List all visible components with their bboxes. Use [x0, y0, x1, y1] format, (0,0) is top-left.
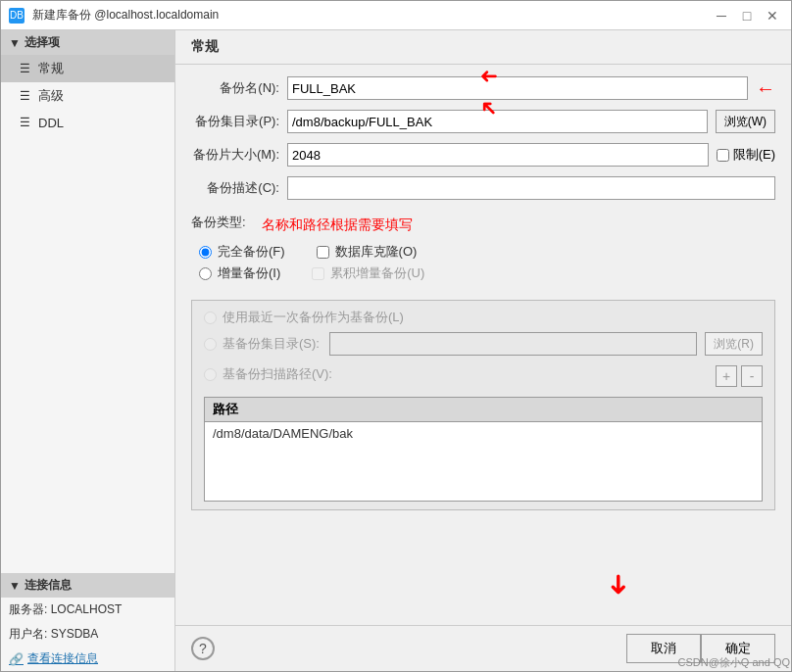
- sidebar: ▼ 选择项 ☰ 常规 ☰ 高级 ☰ DDL ▼ 连接信息 服务器:: [1, 30, 175, 671]
- path-table: 路径 /dm8/data/DAMENG/bak: [204, 397, 763, 502]
- radio-base-scan-input: [204, 368, 217, 381]
- base-dir-row: 基备份集目录(S): 浏览(R): [204, 332, 763, 356]
- sidebar-item-ddl[interactable]: ☰ DDL: [1, 110, 174, 135]
- path-table-body: /dm8/data/DAMENG/bak: [205, 422, 762, 501]
- list-icon: ☰: [17, 61, 32, 76]
- radio-cumulative: 累积增量备份(U): [312, 264, 424, 282]
- radio-base-dir: 基备份集目录(S):: [204, 335, 322, 353]
- content-area: ▼ 选择项 ☰ 常规 ☰ 高级 ☰ DDL ▼ 连接信息 服务器:: [1, 30, 791, 671]
- backup-dir-input[interactable]: [287, 110, 708, 133]
- chevron-down-icon: ▼: [9, 36, 21, 50]
- bottom-bar-buttons: 取消 确定: [626, 634, 775, 663]
- limit-label: 限制(E): [733, 146, 775, 164]
- radio-db-shrink-input[interactable]: [317, 246, 329, 259]
- annotation-text: 名称和路径根据需要填写: [262, 216, 413, 234]
- radio-full[interactable]: 完全备份(F): [199, 243, 285, 261]
- app-icon: DB: [9, 8, 25, 24]
- main-window: DB 新建库备份 @localhost.localdomain ─ □ ✕ ▼ …: [0, 0, 792, 672]
- backup-name-row: 备份名(N): ←: [191, 76, 775, 100]
- base-scan-row: 基备份扫描路径(V): + -: [204, 361, 763, 387]
- radio-full-input[interactable]: [199, 246, 212, 259]
- base-dir-input: [329, 332, 697, 356]
- sidebar-item-normal[interactable]: ☰ 常规: [1, 55, 174, 82]
- backup-dir-row: 备份集目录(P): 浏览(W): [191, 110, 775, 133]
- backup-name-label: 备份名(N):: [191, 79, 279, 97]
- remove-path-button: -: [741, 365, 763, 387]
- sidebar-section-header: ▼ 选择项: [1, 30, 174, 55]
- titlebar: DB 新建库备份 @localhost.localdomain ─ □ ✕: [1, 1, 791, 30]
- base-options: 使用最近一次备份作为基备份(L) 基备份集目录(S): 浏览(R): [191, 300, 775, 510]
- add-path-button: +: [716, 365, 737, 387]
- list-icon: ☰: [17, 88, 32, 104]
- close-button[interactable]: ✕: [762, 5, 783, 26]
- window-title: 新建库备份 @localhost.localdomain: [32, 7, 219, 24]
- connection-section-header: ▼ 连接信息: [1, 573, 174, 598]
- backup-desc-row: 备份描述(C):: [191, 176, 775, 200]
- view-connection-link[interactable]: 🔗 查看连接信息: [1, 647, 174, 671]
- radio-cumulative-input: [312, 267, 324, 280]
- minimize-button[interactable]: ─: [711, 5, 732, 26]
- backup-type-label: 备份类型:: [191, 214, 246, 231]
- arrow-right-icon: ←: [756, 77, 775, 100]
- radio-base-scan: 基备份扫描路径(V):: [204, 365, 332, 383]
- titlebar-left: DB 新建库备份 @localhost.localdomain: [9, 7, 219, 24]
- browse-w-button[interactable]: 浏览(W): [716, 110, 775, 133]
- server-info: 服务器: LOCALHOST: [1, 598, 174, 622]
- form-area: 备份名(N): ← 备份集目录(P): 浏览(W) 备份片大小(M):: [175, 65, 791, 625]
- path-table-row: /dm8/data/DAMENG/bak: [205, 422, 762, 445]
- user-info: 用户名: SYSDBA: [1, 622, 174, 647]
- radio-base-dir-input: [204, 338, 217, 351]
- radio-db-shrink[interactable]: 数据库克隆(O): [317, 243, 418, 261]
- window-controls: ─ □ ✕: [711, 5, 783, 26]
- radio-use-last: 使用最近一次备份作为基备份(L): [204, 309, 763, 326]
- radio-incremental[interactable]: 增量备份(I): [199, 264, 280, 282]
- backup-size-row: 备份片大小(M): 限制(E): [191, 143, 775, 167]
- maximize-button[interactable]: □: [736, 5, 758, 26]
- backup-size-label: 备份片大小(M):: [191, 146, 279, 164]
- chevron-down-icon2: ▼: [9, 579, 21, 593]
- sidebar-item-advanced[interactable]: ☰ 高级: [1, 82, 174, 110]
- cancel-button[interactable]: 取消: [626, 634, 701, 663]
- backup-desc-label: 备份描述(C):: [191, 179, 279, 197]
- backup-type-section: 备份类型: 名称和路径根据需要填写 完全备份(F) 数据库克隆(O): [191, 214, 775, 286]
- radio-use-last-input: [204, 312, 217, 324]
- list-icon: ☰: [17, 115, 32, 130]
- main-panel: 常规 备份名(N): ← 备份集目录(P): 浏览(W) 备份片大小(M):: [175, 30, 791, 671]
- bottom-bar: ? 取消 确定: [175, 625, 791, 671]
- limit-checkbox[interactable]: [717, 149, 729, 162]
- backup-size-input[interactable]: [287, 143, 709, 167]
- path-table-header: 路径: [205, 398, 762, 422]
- link-icon: 🔗: [9, 652, 24, 666]
- help-button[interactable]: ?: [191, 637, 215, 660]
- radio-incremental-input[interactable]: [199, 267, 212, 280]
- plus-minus-btns: + -: [716, 365, 763, 387]
- limit-checkbox-group: 限制(E): [717, 146, 775, 164]
- backup-desc-input[interactable]: [287, 176, 775, 200]
- backup-dir-label: 备份集目录(P):: [191, 113, 279, 130]
- backup-name-input[interactable]: [287, 76, 748, 100]
- panel-title: 常规: [175, 30, 791, 65]
- confirm-button[interactable]: 确定: [701, 634, 775, 663]
- browse-r-button: 浏览(R): [705, 332, 763, 356]
